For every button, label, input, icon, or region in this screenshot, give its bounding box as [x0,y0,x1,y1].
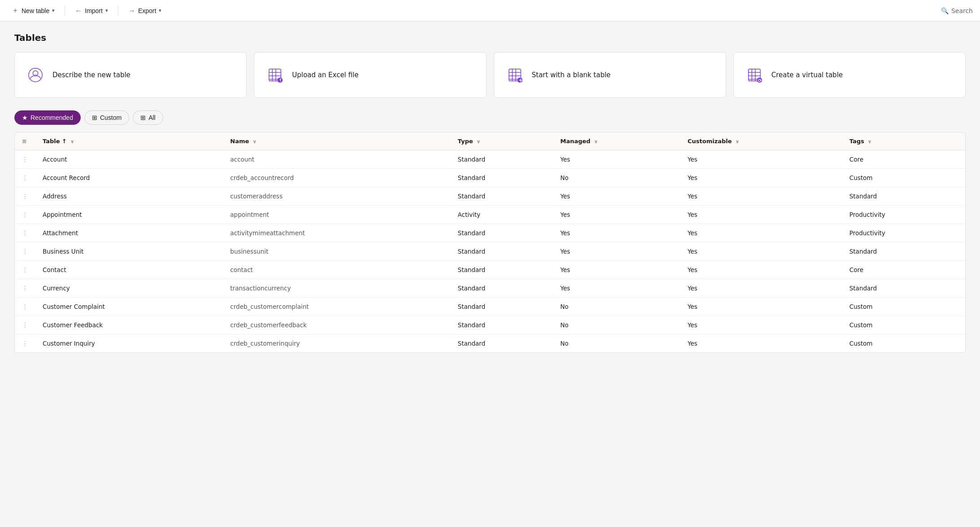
cell-managed: Yes [553,187,680,206]
new-table-button[interactable]: ＋ New table ▾ [7,3,59,18]
cell-type: Standard [451,298,553,316]
th-table[interactable]: Table ↑ ∨ [35,132,223,150]
table-row[interactable]: ⋮AttachmentactivitymimeattachmentStandar… [15,224,965,242]
import-button[interactable]: ← Import ▾ [70,4,113,18]
cell-name: businessunit [223,242,450,261]
chevron-down-icon: ▾ [159,8,161,13]
cell-table-name: Attachment [35,224,223,242]
cards-row: Describe the new table ↑ Upload an Excel… [14,52,966,98]
import-label: Import [85,7,103,14]
chevron-down-icon: ▾ [52,8,55,13]
cell-table-name: Business Unit [35,242,223,261]
table-row[interactable]: ⋮AddresscustomeraddressStandardYesYesSta… [15,187,965,206]
th-label-managed: Managed [560,138,590,145]
cell-customizable: Yes [680,169,842,187]
cell-tags: Custom [842,298,965,316]
table-body: ⋮AccountaccountStandardYesYesCore⋮Accoun… [15,150,965,353]
card-label-blank: Start with a blank table [532,71,611,79]
card-icon-blank: + [505,65,525,85]
cell-customizable: Yes [680,334,842,353]
cell-name: crdeb_customercomplaint [223,298,450,316]
export-icon: → [128,7,135,15]
table-row[interactable]: ⋮Business UnitbusinessunitStandardYesYes… [15,242,965,261]
row-icon-cell: ⋮ [15,334,35,353]
cell-type: Standard [451,187,553,206]
cell-type: Standard [451,279,553,298]
cell-name: appointment [223,206,450,224]
page-title: Tables [14,32,966,43]
row-icon-cell: ⋮ [15,316,35,334]
cell-table-name: Currency [35,279,223,298]
cell-tags: Custom [842,169,965,187]
cell-managed: No [553,334,680,353]
cell-name: customeraddress [223,187,450,206]
cell-managed: No [553,169,680,187]
filter-label-recommended: Recommended [30,114,73,121]
cell-managed: Yes [553,150,680,169]
th-tags[interactable]: Tags ∨ [842,132,965,150]
card-icon-describe [26,65,45,85]
main-content: Tables Describe the new table ↑ Upload a… [0,22,980,364]
grid-rows-icon: ≡ [22,138,27,145]
filter-label-custom: Custom [100,114,122,121]
cell-name: transactioncurrency [223,279,450,298]
th-type[interactable]: Type ∨ [451,132,553,150]
export-button[interactable]: → Export ▾ [124,4,166,18]
th-label-type: Type [458,138,473,145]
cell-table-name: Contact [35,261,223,279]
th-name[interactable]: Name ∨ [223,132,450,150]
cell-customizable: Yes [680,224,842,242]
cell-tags: Standard [842,279,965,298]
cell-customizable: Yes [680,298,842,316]
card-virtual[interactable]: ⟳ Create a virtual table [733,52,966,98]
cell-managed: Yes [553,261,680,279]
cell-type: Standard [451,334,553,353]
table-row[interactable]: ⋮Customer Inquirycrdeb_customerinquirySt… [15,334,965,353]
cell-table-name: Customer Inquiry [35,334,223,353]
search-area[interactable]: 🔍 Search [941,7,973,14]
cell-table-name: Address [35,187,223,206]
cell-tags: Core [842,261,965,279]
th-label-table: Table ↑ [43,138,67,145]
import-icon: ← [75,7,82,15]
table-row[interactable]: ⋮ContactcontactStandardYesYesCore [15,261,965,279]
sort-icon-customizable: ∨ [734,139,740,145]
table-container: ≡Table ↑ ∨Name ∨Type ∨Managed ∨Customiza… [14,132,966,353]
th-customizable[interactable]: Customizable ∨ [680,132,842,150]
row-icon-cell: ⋮ [15,150,35,169]
table-row[interactable]: ⋮AppointmentappointmentActivityYesYesPro… [15,206,965,224]
cell-managed: Yes [553,279,680,298]
table-row[interactable]: ⋮Customer Complaintcrdeb_customercomplai… [15,298,965,316]
card-icon-upload: ↑ [265,65,285,85]
card-label-virtual: Create a virtual table [771,71,843,79]
cell-table-name: Customer Complaint [35,298,223,316]
cell-tags: Custom [842,316,965,334]
cell-type: Standard [451,150,553,169]
sort-icon-tags: ∨ [866,139,872,145]
card-upload[interactable]: ↑ Upload an Excel file [254,52,486,98]
cell-customizable: Yes [680,316,842,334]
table-row[interactable]: ⋮CurrencytransactioncurrencyStandardYesY… [15,279,965,298]
cell-customizable: Yes [680,279,842,298]
table-row[interactable]: ⋮Account Recordcrdeb_accountrecordStanda… [15,169,965,187]
filter-btn-all[interactable]: ⊞All [133,110,163,125]
table-row[interactable]: ⋮Customer Feedbackcrdeb_customerfeedback… [15,316,965,334]
cell-tags: Custom [842,334,965,353]
cell-managed: Yes [553,242,680,261]
cell-tags: Productivity [842,206,965,224]
row-icon-cell: ⋮ [15,242,35,261]
cell-type: Standard [451,316,553,334]
row-icon-cell: ⋮ [15,169,35,187]
table-row[interactable]: ⋮AccountaccountStandardYesYesCore [15,150,965,169]
row-icon-cell: ⋮ [15,261,35,279]
table-header: ≡Table ↑ ∨Name ∨Type ∨Managed ∨Customiza… [15,132,965,150]
th-managed[interactable]: Managed ∨ [553,132,680,150]
card-blank[interactable]: + Start with a blank table [494,52,726,98]
cell-name: account [223,150,450,169]
filter-btn-custom[interactable]: ⊞Custom [84,110,129,125]
svg-point-0 [34,74,37,76]
filter-btn-recommended[interactable]: ★Recommended [14,110,81,125]
card-describe[interactable]: Describe the new table [14,52,247,98]
search-label: Search [951,7,973,14]
star-icon: ★ [22,114,28,121]
